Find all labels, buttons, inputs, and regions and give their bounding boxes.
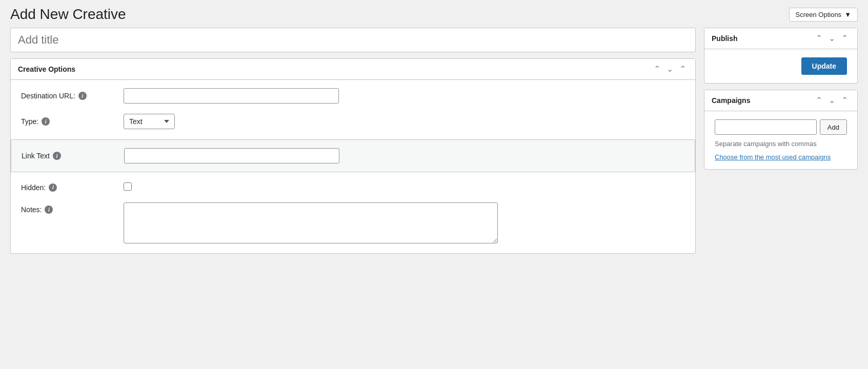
type-info-icon: i: [42, 117, 50, 126]
creative-options-header: Creative Options ⌃ ⌄ ⌃: [11, 59, 695, 80]
publish-move-down-button[interactable]: ⌄: [826, 33, 837, 44]
hidden-checkbox[interactable]: [124, 182, 132, 191]
campaigns-controls: ⌃ ⌄ ⌃: [814, 95, 850, 106]
move-up-button[interactable]: ⌃: [652, 64, 662, 74]
publish-header: Publish ⌃ ⌄ ⌃: [704, 28, 857, 49]
publish-move-up-button[interactable]: ⌃: [814, 33, 824, 44]
hidden-info-icon: i: [49, 183, 57, 192]
campaigns-move-down-button[interactable]: ⌄: [826, 95, 837, 106]
destination-url-input[interactable]: [124, 88, 339, 104]
publish-title: Publish: [712, 34, 814, 43]
type-field: Text Image HTML: [124, 114, 685, 129]
type-label: Type: i: [21, 117, 124, 126]
link-text-subbox: Link Text i: [11, 139, 695, 172]
update-button[interactable]: Update: [801, 57, 847, 75]
destination-url-info-icon: i: [78, 92, 87, 100]
link-text-field: [124, 148, 684, 163]
campaigns-add-button[interactable]: Add: [820, 119, 847, 135]
campaigns-input-row: Add: [715, 119, 847, 135]
publish-content: Update: [704, 49, 857, 83]
hidden-row: Hidden: i: [21, 182, 685, 192]
notes-textarea[interactable]: [124, 202, 498, 243]
destination-url-row: Destination URL: i: [21, 88, 685, 104]
link-text-info-icon: i: [53, 152, 61, 160]
creative-options-title: Creative Options: [18, 65, 652, 73]
chevron-down-icon: ▼: [844, 11, 851, 18]
title-input[interactable]: [10, 28, 696, 52]
campaigns-header: Campaigns ⌃ ⌄ ⌃: [704, 90, 857, 111]
campaigns-most-used-link[interactable]: Choose from the most used campaigns: [715, 153, 831, 161]
hidden-label: Hidden: i: [21, 183, 124, 192]
notes-label: Notes: i: [21, 202, 124, 214]
campaigns-hint: Separate campaigns with commas: [715, 140, 847, 148]
publish-box: Publish ⌃ ⌄ ⌃ Update: [704, 28, 858, 84]
campaigns-box: Campaigns ⌃ ⌄ ⌃ Add Separate campaigns w…: [704, 90, 858, 170]
campaigns-content: Add Separate campaigns with commas Choos…: [704, 111, 857, 169]
notes-info-icon: i: [45, 206, 53, 214]
type-select[interactable]: Text Image HTML: [124, 114, 175, 129]
move-down-button[interactable]: ⌄: [664, 64, 675, 74]
screen-options-label: Screen Options: [796, 11, 842, 18]
page-title: Add New Creative: [10, 6, 126, 23]
destination-url-field: [124, 88, 685, 104]
collapse-button[interactable]: ⌃: [677, 64, 688, 74]
type-row: Type: i Text Image HTML: [21, 114, 685, 129]
link-text-label: Link Text i: [22, 152, 124, 160]
campaigns-title: Campaigns: [712, 96, 814, 105]
campaigns-collapse-button[interactable]: ⌃: [839, 95, 850, 106]
campaigns-input[interactable]: [715, 119, 817, 135]
campaigns-move-up-button[interactable]: ⌃: [814, 95, 824, 106]
notes-field: [124, 202, 685, 245]
link-text-input[interactable]: [124, 148, 339, 163]
publish-collapse-button[interactable]: ⌃: [839, 33, 850, 44]
hidden-field: [124, 182, 685, 192]
screen-options-button[interactable]: Screen Options ▼: [789, 8, 858, 22]
destination-url-label: Destination URL: i: [21, 92, 124, 100]
creative-options-content: Destination URL: i Type: i Tex: [11, 80, 695, 253]
link-text-row: Link Text i: [22, 148, 684, 163]
creative-options-box: Creative Options ⌃ ⌄ ⌃ Destination URL: …: [10, 58, 696, 254]
postbox-controls: ⌃ ⌄ ⌃: [652, 64, 688, 74]
notes-row: Notes: i: [21, 202, 685, 245]
publish-controls: ⌃ ⌄ ⌃: [814, 33, 850, 44]
